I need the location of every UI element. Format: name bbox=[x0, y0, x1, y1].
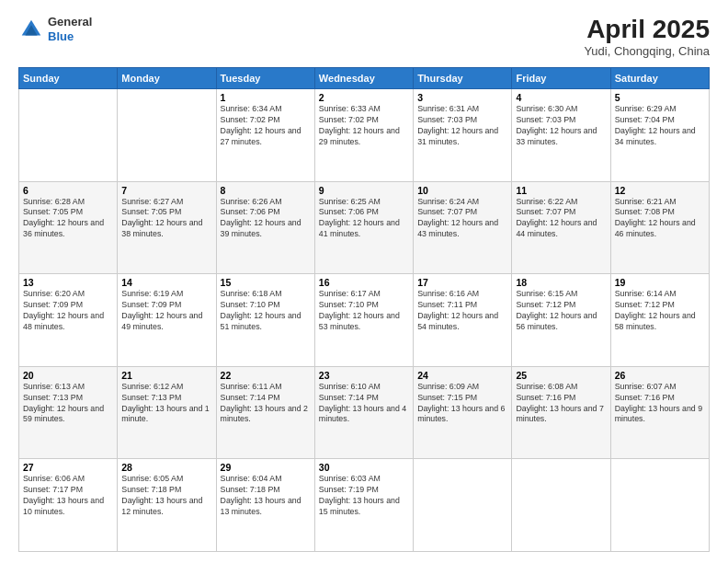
day-number: 5 bbox=[615, 92, 705, 103]
day-cell: 6Sunrise: 6:28 AM Sunset: 7:05 PM Daylig… bbox=[19, 181, 118, 274]
col-header-wednesday: Wednesday bbox=[314, 68, 413, 89]
week-row-5: 27Sunrise: 6:06 AM Sunset: 7:17 PM Dayli… bbox=[19, 459, 710, 552]
day-info: Sunrise: 6:34 AM Sunset: 7:02 PM Dayligh… bbox=[221, 104, 311, 148]
week-row-1: 1Sunrise: 6:34 AM Sunset: 7:02 PM Daylig… bbox=[19, 89, 710, 182]
day-info: Sunrise: 6:20 AM Sunset: 7:09 PM Dayligh… bbox=[23, 289, 113, 333]
day-info: Sunrise: 6:11 AM Sunset: 7:14 PM Dayligh… bbox=[221, 382, 311, 426]
calendar-table: SundayMondayTuesdayWednesdayThursdayFrid… bbox=[18, 67, 710, 552]
day-info: Sunrise: 6:18 AM Sunset: 7:10 PM Dayligh… bbox=[221, 289, 311, 333]
day-info: Sunrise: 6:22 AM Sunset: 7:07 PM Dayligh… bbox=[516, 197, 606, 241]
day-cell: 5Sunrise: 6:29 AM Sunset: 7:04 PM Daylig… bbox=[610, 89, 709, 182]
day-info: Sunrise: 6:06 AM Sunset: 7:17 PM Dayligh… bbox=[23, 474, 113, 518]
day-cell bbox=[414, 459, 512, 552]
day-cell: 7Sunrise: 6:27 AM Sunset: 7:05 PM Daylig… bbox=[118, 181, 216, 274]
day-info: Sunrise: 6:04 AM Sunset: 7:18 PM Dayligh… bbox=[221, 474, 311, 518]
day-number: 1 bbox=[221, 92, 311, 103]
day-info: Sunrise: 6:08 AM Sunset: 7:16 PM Dayligh… bbox=[516, 382, 606, 426]
day-cell: 10Sunrise: 6:24 AM Sunset: 7:07 PM Dayli… bbox=[414, 181, 512, 274]
day-cell: 25Sunrise: 6:08 AM Sunset: 7:16 PM Dayli… bbox=[512, 366, 610, 459]
day-info: Sunrise: 6:07 AM Sunset: 7:16 PM Dayligh… bbox=[615, 382, 705, 426]
day-info: Sunrise: 6:19 AM Sunset: 7:09 PM Dayligh… bbox=[121, 289, 211, 333]
day-cell: 8Sunrise: 6:26 AM Sunset: 7:06 PM Daylig… bbox=[216, 181, 314, 274]
day-cell: 15Sunrise: 6:18 AM Sunset: 7:10 PM Dayli… bbox=[216, 274, 314, 367]
day-info: Sunrise: 6:26 AM Sunset: 7:06 PM Dayligh… bbox=[221, 197, 311, 241]
day-cell: 12Sunrise: 6:21 AM Sunset: 7:08 PM Dayli… bbox=[610, 181, 709, 274]
day-cell: 3Sunrise: 6:31 AM Sunset: 7:03 PM Daylig… bbox=[414, 89, 512, 182]
location: Yudi, Chongqing, China bbox=[584, 44, 710, 58]
day-info: Sunrise: 6:13 AM Sunset: 7:13 PM Dayligh… bbox=[23, 382, 113, 426]
day-info: Sunrise: 6:14 AM Sunset: 7:12 PM Dayligh… bbox=[615, 289, 705, 333]
day-number: 6 bbox=[23, 185, 113, 196]
day-number: 9 bbox=[319, 185, 409, 196]
day-number: 11 bbox=[516, 185, 606, 196]
day-info: Sunrise: 6:30 AM Sunset: 7:03 PM Dayligh… bbox=[516, 104, 606, 148]
col-header-monday: Monday bbox=[118, 68, 216, 89]
day-cell: 29Sunrise: 6:04 AM Sunset: 7:18 PM Dayli… bbox=[216, 459, 314, 552]
week-row-4: 20Sunrise: 6:13 AM Sunset: 7:13 PM Dayli… bbox=[19, 366, 710, 459]
title-block: April 2025 Yudi, Chongqing, China bbox=[584, 15, 710, 58]
day-cell: 13Sunrise: 6:20 AM Sunset: 7:09 PM Dayli… bbox=[19, 274, 118, 367]
col-header-thursday: Thursday bbox=[414, 68, 512, 89]
day-info: Sunrise: 6:09 AM Sunset: 7:15 PM Dayligh… bbox=[417, 382, 507, 426]
day-info: Sunrise: 6:05 AM Sunset: 7:18 PM Dayligh… bbox=[121, 474, 211, 518]
day-number: 8 bbox=[221, 185, 311, 196]
day-info: Sunrise: 6:25 AM Sunset: 7:06 PM Dayligh… bbox=[319, 197, 409, 241]
day-cell: 9Sunrise: 6:25 AM Sunset: 7:06 PM Daylig… bbox=[314, 181, 413, 274]
day-cell: 4Sunrise: 6:30 AM Sunset: 7:03 PM Daylig… bbox=[512, 89, 610, 182]
week-row-2: 6Sunrise: 6:28 AM Sunset: 7:05 PM Daylig… bbox=[19, 181, 710, 274]
calendar-header-row: SundayMondayTuesdayWednesdayThursdayFrid… bbox=[19, 68, 710, 89]
day-cell: 26Sunrise: 6:07 AM Sunset: 7:16 PM Dayli… bbox=[610, 366, 709, 459]
day-cell: 21Sunrise: 6:12 AM Sunset: 7:13 PM Dayli… bbox=[118, 366, 216, 459]
day-cell: 28Sunrise: 6:05 AM Sunset: 7:18 PM Dayli… bbox=[118, 459, 216, 552]
day-number: 15 bbox=[221, 277, 311, 288]
day-number: 20 bbox=[23, 370, 113, 381]
day-number: 19 bbox=[615, 277, 705, 288]
day-cell: 11Sunrise: 6:22 AM Sunset: 7:07 PM Dayli… bbox=[512, 181, 610, 274]
day-number: 22 bbox=[221, 370, 311, 381]
day-number: 10 bbox=[417, 185, 507, 196]
logo-text: General Blue bbox=[48, 15, 92, 43]
page: General Blue April 2025 Yudi, Chongqing,… bbox=[0, 0, 728, 563]
day-number: 3 bbox=[417, 92, 507, 103]
col-header-sunday: Sunday bbox=[19, 68, 118, 89]
day-number: 12 bbox=[615, 185, 705, 196]
header: General Blue April 2025 Yudi, Chongqing,… bbox=[18, 15, 710, 58]
day-cell: 30Sunrise: 6:03 AM Sunset: 7:19 PM Dayli… bbox=[314, 459, 413, 552]
day-info: Sunrise: 6:12 AM Sunset: 7:13 PM Dayligh… bbox=[121, 382, 211, 426]
day-cell: 27Sunrise: 6:06 AM Sunset: 7:17 PM Dayli… bbox=[19, 459, 118, 552]
col-header-friday: Friday bbox=[512, 68, 610, 89]
day-number: 28 bbox=[121, 462, 211, 473]
logo: General Blue bbox=[18, 15, 92, 43]
day-number: 25 bbox=[516, 370, 606, 381]
day-info: Sunrise: 6:03 AM Sunset: 7:19 PM Dayligh… bbox=[319, 474, 409, 518]
day-info: Sunrise: 6:17 AM Sunset: 7:10 PM Dayligh… bbox=[319, 289, 409, 333]
day-number: 7 bbox=[121, 185, 211, 196]
day-number: 21 bbox=[121, 370, 211, 381]
day-number: 29 bbox=[221, 462, 311, 473]
day-info: Sunrise: 6:27 AM Sunset: 7:05 PM Dayligh… bbox=[121, 197, 211, 241]
day-cell bbox=[118, 89, 216, 182]
day-number: 26 bbox=[615, 370, 705, 381]
day-info: Sunrise: 6:33 AM Sunset: 7:02 PM Dayligh… bbox=[319, 104, 409, 148]
month-year: April 2025 bbox=[584, 15, 710, 44]
day-info: Sunrise: 6:16 AM Sunset: 7:11 PM Dayligh… bbox=[417, 289, 507, 333]
day-number: 18 bbox=[516, 277, 606, 288]
day-cell: 22Sunrise: 6:11 AM Sunset: 7:14 PM Dayli… bbox=[216, 366, 314, 459]
day-cell: 1Sunrise: 6:34 AM Sunset: 7:02 PM Daylig… bbox=[216, 89, 314, 182]
day-cell: 14Sunrise: 6:19 AM Sunset: 7:09 PM Dayli… bbox=[118, 274, 216, 367]
day-cell: 24Sunrise: 6:09 AM Sunset: 7:15 PM Dayli… bbox=[414, 366, 512, 459]
day-info: Sunrise: 6:28 AM Sunset: 7:05 PM Dayligh… bbox=[23, 197, 113, 241]
day-info: Sunrise: 6:21 AM Sunset: 7:08 PM Dayligh… bbox=[615, 197, 705, 241]
day-number: 16 bbox=[319, 277, 409, 288]
week-row-3: 13Sunrise: 6:20 AM Sunset: 7:09 PM Dayli… bbox=[19, 274, 710, 367]
day-number: 2 bbox=[319, 92, 409, 103]
day-cell: 20Sunrise: 6:13 AM Sunset: 7:13 PM Dayli… bbox=[19, 366, 118, 459]
day-cell bbox=[512, 459, 610, 552]
day-info: Sunrise: 6:31 AM Sunset: 7:03 PM Dayligh… bbox=[417, 104, 507, 148]
day-number: 24 bbox=[417, 370, 507, 381]
day-number: 30 bbox=[319, 462, 409, 473]
col-header-tuesday: Tuesday bbox=[216, 68, 314, 89]
day-cell: 17Sunrise: 6:16 AM Sunset: 7:11 PM Dayli… bbox=[414, 274, 512, 367]
day-number: 14 bbox=[121, 277, 211, 288]
day-cell bbox=[610, 459, 709, 552]
